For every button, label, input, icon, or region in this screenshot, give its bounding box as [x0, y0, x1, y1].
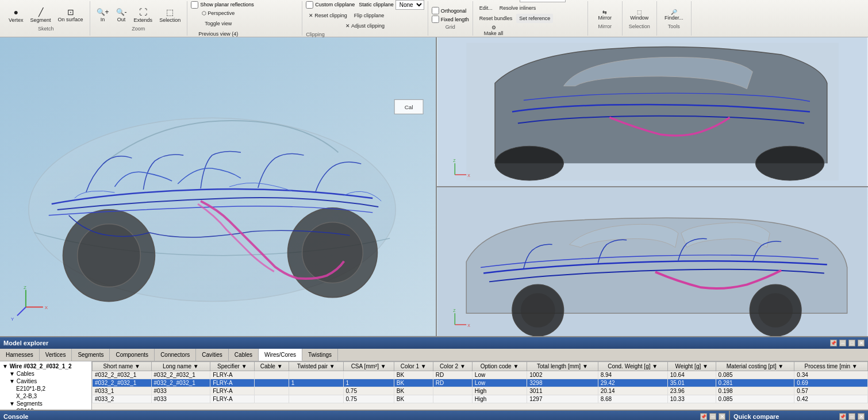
- explorer-tab-twistings[interactable]: Twistings: [302, 349, 338, 361]
- col-header-csa[interactable]: CSA [mm²] ▼: [343, 362, 394, 371]
- console-pin-button[interactable]: 📌: [700, 413, 707, 420]
- active-config-select[interactable]: ALL: [520, 0, 566, 2]
- table-row[interactable]: #033_2#033FLRY-A0.75BKHigh12978.6810.330…: [93, 395, 868, 403]
- tree-item-wire-item[interactable]: ▼ Wire #032_2_#032_1_2: [1, 363, 90, 370]
- col-header-total-length[interactable]: Total length [mm] ▼: [527, 362, 598, 371]
- explorer-tab-harnesses[interactable]: Harnesses: [0, 349, 40, 361]
- tree-item-cb112-item[interactable]: CB112: [1, 407, 90, 410]
- explorer-pin-button[interactable]: 📌: [830, 340, 837, 346]
- quickcompare-pin-button[interactable]: 📌: [839, 413, 846, 420]
- explorer-body: ▼ Wire #032_2_#032_1_2▼ Cables▼ Cavities…: [0, 361, 868, 410]
- fixed-length-checkbox[interactable]: [432, 16, 439, 23]
- perspective-button[interactable]: ⬡ Perspective: [195, 9, 241, 18]
- quickcompare-close-button[interactable]: ✕: [858, 413, 865, 420]
- on-surface-button[interactable]: ⊡ On surface: [55, 6, 86, 25]
- resolve-inliners-label: Resolve inliners: [500, 5, 536, 11]
- orthogonal-label: Orthogonal: [441, 8, 467, 14]
- custom-clipplane-checkbox[interactable]: [306, 1, 313, 9]
- data-table: Short name ▼Long name ▼Specifier ▼Cable …: [92, 361, 868, 403]
- tree-item-x2b3-item[interactable]: X_2-B,3: [1, 392, 90, 400]
- svg-text:Z: Z: [453, 309, 456, 313]
- table-row[interactable]: #033_1#033FLRY-A0.75BKHigh301120.1423.96…: [93, 387, 868, 395]
- reset-clipping-button[interactable]: ✕ Reset clipping: [306, 11, 350, 20]
- tree-item-cavities-item[interactable]: ▼ Cavities: [1, 377, 90, 385]
- vertex-button[interactable]: ● Vertex: [6, 6, 26, 25]
- viewport-top-right[interactable]: X Z: [437, 37, 868, 187]
- explorer-tab-segments[interactable]: Segments: [72, 349, 110, 361]
- col-header-cable[interactable]: Cable ▼: [254, 362, 289, 371]
- window-button[interactable]: ⬚ Window: [627, 7, 651, 22]
- explorer-close-button[interactable]: ✕: [858, 340, 865, 346]
- set-reference-button[interactable]: Set reference: [516, 14, 553, 23]
- extends-icon: ⛶: [139, 7, 147, 17]
- tree-item-cables-item[interactable]: ▼ Cables: [1, 370, 90, 377]
- explorer-maximize-button[interactable]: □: [848, 340, 855, 346]
- explorer-minimize-button[interactable]: ─: [839, 340, 846, 346]
- console-title: Console: [3, 413, 28, 420]
- clipplane-select[interactable]: None: [395, 0, 424, 10]
- viewport-left[interactable]: Cal X Z Y: [0, 37, 437, 336]
- zoom-in-button[interactable]: 🔍+ In: [94, 6, 112, 24]
- toggle-view-label: Toggle view: [205, 21, 232, 26]
- orthogonal-row: Orthogonal: [432, 7, 469, 14]
- fixed-length-label: Fixed length: [441, 17, 469, 22]
- tools-group-label: Tools: [668, 24, 680, 29]
- zoom-out-button[interactable]: 🔍- Out: [113, 6, 130, 24]
- col-header-cond-weight[interactable]: Cond. Weight [g] ▼: [598, 362, 667, 371]
- toolbar-group-tools: 🔎 Finder... Tools: [657, 1, 692, 36]
- explorer-tab-vertices[interactable]: Vertices: [40, 349, 72, 361]
- table-row[interactable]: #032_2_#032_1#032_2_#032_1FLRY-A11BKRDLo…: [93, 379, 868, 387]
- col-header-short-name[interactable]: Short name ▼: [93, 362, 152, 371]
- flip-clipplane-button[interactable]: Flip clipplane: [351, 11, 387, 20]
- col-header-weight[interactable]: Weight [g] ▼: [667, 362, 716, 371]
- toggle-view-button[interactable]: Toggle view: [195, 19, 241, 28]
- console-panel: Console 📌 ─ ✕ Message Time User ℹ: [0, 411, 730, 420]
- custom-clipplane-row: Custom clipplane Static clipplane None: [306, 0, 424, 10]
- col-header-long-name[interactable]: Long name ▼: [151, 362, 210, 371]
- col-header-process-time[interactable]: Process time [min ▼: [794, 362, 868, 371]
- explorer-tab-components[interactable]: Components: [110, 349, 155, 361]
- make-all-icon: ⚙: [491, 25, 496, 30]
- console-minimize-button[interactable]: ─: [709, 413, 716, 420]
- explorer-tab-cavities[interactable]: Cavities: [196, 349, 229, 361]
- col-header-material-costing[interactable]: Material costing [pt] ▼: [716, 362, 794, 371]
- edit-button[interactable]: Edit...: [477, 3, 496, 13]
- quickcompare-minimize-button[interactable]: ─: [848, 413, 855, 420]
- orthogonal-checkbox[interactable]: [432, 7, 439, 14]
- mirror-button[interactable]: ⇆ Mirror: [596, 7, 615, 22]
- fixed-length-row: Fixed length: [432, 16, 469, 23]
- explorer-tabs: HarnessesVerticesSegmentsComponentsConne…: [0, 349, 868, 361]
- explorer-tab-wires-cores[interactable]: Wires/Cores: [259, 349, 302, 361]
- col-header-twisted-pair[interactable]: Twisted pair ▼: [289, 362, 343, 371]
- table-row[interactable]: #032_2_#032_1#032_2_#032_1FLRY-ABKRDLow1…: [93, 371, 868, 379]
- config-tools-row: Edit... Resolve inliners: [477, 3, 584, 13]
- reset-bundles-label: Reset bundles: [479, 16, 513, 21]
- explorer-tab-connectors[interactable]: Connectors: [155, 349, 196, 361]
- viewport-bottom-right[interactable]: X Z: [437, 187, 868, 336]
- reset-bundles-button[interactable]: Reset bundles: [477, 14, 516, 23]
- extends-button[interactable]: ⛶ Extends: [131, 6, 156, 25]
- make-all-button[interactable]: ⚙ Make all: [481, 23, 506, 38]
- show-planar-checkbox[interactable]: [191, 1, 198, 9]
- tree-item-e2101-item[interactable]: E210*1-B,2: [1, 385, 90, 392]
- edit-label: Edit...: [479, 5, 493, 11]
- selection-zoom-button[interactable]: ⬚ Selection: [156, 6, 183, 25]
- resolve-inliners-button[interactable]: Resolve inliners: [497, 3, 539, 13]
- perspective-label: Perspective: [208, 10, 235, 16]
- col-header-option-code[interactable]: Option code ▼: [472, 362, 527, 371]
- clipping-group-label: Clipping: [306, 32, 325, 37]
- explorer-tab-cables[interactable]: Cables: [229, 349, 259, 361]
- console-close-button[interactable]: ✕: [719, 413, 725, 420]
- toolbar-group-view: Display mode Rendered Transparency Show …: [187, 1, 302, 36]
- finder-button[interactable]: 🔎 Finder...: [662, 7, 686, 22]
- col-header-specifier[interactable]: Specifier ▼: [210, 362, 254, 371]
- col-header-color1[interactable]: Color 1 ▼: [394, 362, 433, 371]
- col-header-color2[interactable]: Color 2 ▼: [433, 362, 472, 371]
- sketch-tools-row: ● Vertex ╱ Segment ⊡ On surface: [6, 6, 86, 25]
- adjust-clipping-button[interactable]: ✕ Adjust clipping: [306, 21, 424, 30]
- svg-text:Y: Y: [11, 317, 14, 322]
- tree-item-segments-item[interactable]: ▼ Segments: [1, 400, 90, 407]
- segment-button[interactable]: ╱ Segment: [28, 6, 54, 25]
- static-clipplane-label: Static clipplane: [359, 2, 394, 7]
- mirror-group-label: Mirror: [598, 24, 612, 29]
